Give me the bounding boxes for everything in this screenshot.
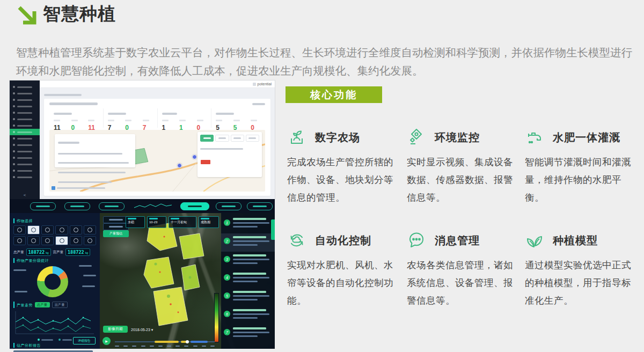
crop-tile[interactable]: [84, 225, 96, 234]
trend-total-button[interactable]: 总产量: [35, 302, 50, 307]
farm-list-item[interactable]: [221, 306, 275, 325]
report-detail-button[interactable]: 详细报告: [73, 337, 96, 344]
text-placeholder: [44, 94, 82, 96]
sidebar-item[interactable]: [10, 167, 40, 174]
feature-title: 环境监控: [435, 130, 480, 145]
sidebar-item[interactable]: [10, 135, 40, 142]
nav-pill[interactable]: [99, 202, 125, 210]
donut-ring: [37, 266, 68, 297]
sidebar-item[interactable]: [10, 97, 40, 103]
feature-title: 消息管理: [435, 233, 480, 248]
image-date-button[interactable]: 影像日期: [103, 326, 128, 333]
menu-dot-icon: [13, 124, 15, 127]
stat-label-placeholder: [54, 113, 72, 115]
crop-value: 水稻: [128, 221, 143, 224]
tab[interactable]: [246, 135, 259, 142]
total-yield-label: 总产量: [13, 250, 24, 255]
tab[interactable]: [231, 135, 244, 142]
sidebar-item[interactable]: [10, 142, 40, 148]
farm-list-item[interactable]: [221, 270, 275, 288]
feature-title: 水肥一体灌溉: [553, 130, 620, 145]
yield-estimate-button[interactable]: 产量预估: [103, 230, 129, 237]
nav-pill[interactable]: [30, 202, 56, 210]
map-attribution: [52, 186, 105, 190]
feature-desc: 通过模型实验优选中正式的种植模型，用于指导标准化生产。: [525, 256, 640, 310]
tab-active[interactable]: [200, 135, 214, 142]
panel-toggle-tab[interactable]: [271, 219, 275, 240]
crop-tile[interactable]: [70, 236, 82, 245]
date-info-box: 10-23: [147, 216, 166, 228]
refresh-link-placeholder[interactable]: [252, 103, 265, 105]
nav-pill[interactable]: [247, 202, 273, 210]
stage-info-box: 成熟期: [199, 216, 219, 228]
sidebar-item[interactable]: [10, 161, 40, 167]
crop-info-box: 水稻: [126, 216, 145, 228]
page-title: 智慧种植: [43, 2, 116, 26]
sidebar-item[interactable]: [10, 122, 40, 129]
trend-permu-button[interactable]: 亩产量: [52, 302, 68, 308]
nav-pill[interactable]: [64, 202, 90, 210]
timeline-slider[interactable]: [115, 341, 215, 342]
sidebar-item[interactable]: [10, 155, 40, 161]
menu-dot-icon: [13, 137, 15, 140]
text-placeholder: [17, 151, 32, 152]
crop-tile[interactable]: [41, 225, 54, 234]
sidebar-item[interactable]: [10, 129, 40, 135]
map-layer-button[interactable]: [103, 223, 129, 230]
crop-icon-grid: [13, 225, 96, 245]
menu-dot-icon: [13, 105, 15, 107]
crop-tile[interactable]: [13, 225, 26, 234]
feature-card-env-monitor: 环境监控 实时显示视频、集成设备数据、传感器数据、报警信息等。: [407, 128, 522, 207]
sidebar-item[interactable]: [10, 90, 40, 97]
farm-list-item[interactable]: [221, 288, 275, 306]
nav-pill-active[interactable]: [180, 202, 209, 210]
period-value: 十一月初旬: [171, 221, 194, 224]
crop-tile[interactable]: [27, 236, 40, 245]
map-layer-button[interactable]: [103, 216, 129, 223]
tab[interactable]: [215, 135, 229, 142]
feature-card-automation: 自动化控制 实现对水肥机、风机、水帘等设备的自动化控制功能。: [287, 231, 402, 310]
sidebar-item[interactable]: [10, 174, 40, 180]
sidebar-collapse-button[interactable]: <: [10, 193, 40, 197]
farm-list-item[interactable]: [221, 325, 275, 343]
mini-content-card: 11 0 11 7 0 7: [44, 99, 270, 196]
menu-dot-icon: [13, 170, 15, 172]
arrow-down-right-icon: [15, 3, 40, 28]
text-placeholder: [17, 131, 32, 133]
crop-tile-active[interactable]: [27, 225, 40, 234]
user-menu[interactable]: potential: [253, 82, 272, 86]
crop-tile[interactable]: [13, 236, 26, 245]
farm-list-item[interactable]: [221, 215, 275, 233]
leaves-icon: [525, 231, 544, 250]
mini-sidebar: <: [10, 80, 40, 199]
total-yield-value: 188722: [28, 249, 45, 255]
crop-tile[interactable]: [70, 225, 82, 234]
sidebar-item[interactable]: [10, 116, 40, 122]
text-placeholder: [17, 125, 32, 127]
nav-pill[interactable]: [216, 202, 241, 210]
sidebar-item[interactable]: [10, 109, 40, 116]
text-placeholder: [17, 138, 32, 140]
crop-tile[interactable]: [55, 225, 68, 234]
sidebar-item[interactable]: [10, 84, 40, 90]
menu-dot-icon: [13, 118, 15, 120]
sidebar-item[interactable]: [10, 148, 40, 155]
map-pin-icon[interactable]: [177, 163, 182, 168]
crop-tile[interactable]: [41, 236, 54, 245]
map-pin-icon[interactable]: [192, 155, 197, 159]
crop-tile-active[interactable]: [55, 236, 68, 245]
satellite-map[interactable]: 产量预估 水稻 10-23 十一月初旬 成熟期: [100, 213, 275, 349]
farm-list-item[interactable]: [221, 252, 275, 270]
stat-group: 5 5 0: [211, 108, 265, 128]
permu-yield-label: 亩产量: [53, 250, 64, 255]
sidebar-item[interactable]: [10, 103, 40, 109]
play-button[interactable]: ▶: [103, 337, 111, 345]
timeline-knob[interactable]: [186, 340, 189, 343]
username: potential: [258, 82, 272, 86]
farm-list-item[interactable]: [221, 233, 275, 252]
crop-tile[interactable]: [84, 236, 96, 245]
item-number-badge: [224, 256, 230, 262]
mini-map[interactable]: [49, 130, 265, 192]
text-placeholder: [17, 119, 32, 120]
image-date-value[interactable]: 2018-05-23 ▾: [131, 328, 153, 332]
